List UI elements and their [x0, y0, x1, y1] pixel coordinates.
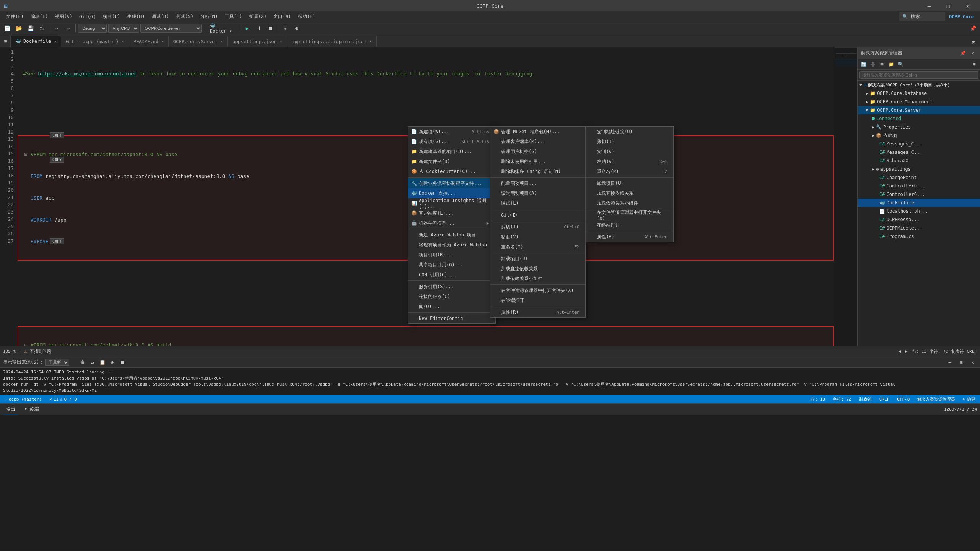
third-open-terminal[interactable]: 在终端打开: [586, 220, 673, 230]
status-errors[interactable]: ✕ 11 ⚠ 0 / 0: [48, 397, 78, 402]
status-lineending[interactable]: CRLF: [878, 397, 891, 402]
menu-git[interactable]: Git(G): [76, 13, 99, 21]
ctx-new-folder[interactable]: 📁 新建文件夹(D): [408, 156, 495, 166]
menu-analyze[interactable]: 分析(N): [197, 12, 221, 21]
toolbar-start[interactable]: ▶: [242, 24, 252, 33]
maximize-button[interactable]: □: [939, 0, 957, 11]
third-cut[interactable]: 剪切(T): [586, 137, 673, 147]
sub-open-terminal[interactable]: 在终端打开: [490, 295, 585, 305]
tab-appsettings[interactable]: appsettings.json ✕: [228, 36, 287, 47]
close-button[interactable]: ✕: [959, 0, 976, 11]
ctx-docker-support[interactable]: 🐳 Docker 支持...: [408, 188, 495, 198]
tab-ocpp-server[interactable]: OCPP.Core.Server ✕: [169, 36, 228, 47]
tab-ocpp-server-close[interactable]: ✕: [220, 39, 223, 44]
status-lang[interactable]: 解决方案资源管理器: [916, 396, 957, 402]
toolbar-undo[interactable]: ↩: [52, 24, 62, 33]
sub-client-lib[interactable]: 管理客户端库(M)...: [490, 137, 585, 147]
solution-filter-icon[interactable]: 🔍: [896, 60, 905, 68]
ctx-service-ref[interactable]: 服务引用(S)...: [408, 282, 495, 292]
sub-properties[interactable]: 属性(R) Alt+Enter: [490, 307, 585, 317]
sub-nuget[interactable]: 📦 管理 NuGet 程序包(N)...: [490, 127, 585, 137]
sub-sort-using[interactable]: 删除和排序 using 语句(N): [490, 166, 585, 176]
menu-help[interactable]: 帮助(H): [295, 12, 318, 21]
output-stop-icon[interactable]: ⏹: [118, 358, 127, 367]
sub-set-startup[interactable]: 设为启动项目(A): [490, 188, 585, 198]
menu-view[interactable]: 视图(V): [52, 12, 75, 21]
third-open-folder[interactable]: 在文件资源管理器中打开文件夹(X): [586, 210, 673, 220]
platform-select[interactable]: Any CPU: [108, 24, 139, 33]
third-rename[interactable]: 重命名(M) F2: [586, 166, 673, 176]
sub-rename[interactable]: 重命名(M) F2: [490, 242, 585, 252]
tab-git[interactable]: Git - ocpp (master) ✕: [61, 36, 129, 47]
ctx-orchestrator[interactable]: 🔧 创建业务流程协调程序支持...: [408, 178, 495, 188]
toolbar-new[interactable]: 📄: [2, 24, 12, 33]
scroll-left-icon[interactable]: ◀: [897, 349, 903, 354]
toolbar-settings[interactable]: ⚙: [292, 24, 302, 33]
third-load-direct[interactable]: 加载直接依赖关系: [586, 188, 673, 198]
menu-file[interactable]: 文件(F): [3, 12, 27, 21]
window-controls[interactable]: — □ ✕: [920, 0, 976, 11]
toolbar-pin[interactable]: 📌: [968, 24, 978, 33]
output-close-icon[interactable]: ✕: [969, 358, 977, 367]
tab-git-close[interactable]: ✕: [122, 39, 124, 44]
toolbar-open[interactable]: 📂: [14, 24, 24, 33]
tab-appsettings-close[interactable]: ✕: [280, 39, 282, 44]
toolbar-redo[interactable]: ↪: [63, 24, 73, 33]
ctx-ml-model[interactable]: 🤖 机器学习模型... ▶: [408, 218, 495, 228]
item-localhost[interactable]: 📄 localhost.ph...: [858, 207, 980, 215]
scroll-controls[interactable]: ◀ ▶: [897, 349, 909, 354]
tab-appsettings2-close[interactable]: ✕: [369, 39, 372, 44]
copy-badge-line-14[interactable]: COPY: [50, 157, 64, 163]
item-controllero-1[interactable]: C# ControllerO...: [858, 182, 980, 190]
output-settings-icon[interactable]: ⚙: [108, 358, 117, 367]
tab-expand-icon[interactable]: ⊡: [969, 38, 978, 47]
copy-badge-line-13[interactable]: COPY: [50, 132, 64, 138]
output-copy-icon[interactable]: 📋: [98, 358, 107, 367]
item-messages-2[interactable]: C# Messages_C...: [858, 148, 980, 156]
output-toolbar[interactable]: 🗑 ↵ 📋 ⚙ ⏹: [78, 358, 127, 367]
solution-root[interactable]: ▼ ⊞ 解决方案'OCPP.Core'（3个项目，共3个）: [858, 81, 980, 89]
output-source-select[interactable]: 工具栏 调试 生成: [45, 359, 69, 366]
ctx-client-lib[interactable]: 📦 客户端库(L)...: [408, 208, 495, 218]
menu-test[interactable]: 测试(S): [173, 12, 196, 21]
ctx-new-item[interactable]: 📄 新建项(W)... Alt+Ins: [408, 127, 495, 137]
menu-edit[interactable]: 编辑(E): [28, 12, 51, 21]
item-appsettings[interactable]: ▶ ⚙ appsettings: [858, 165, 980, 173]
sub-load-widget[interactable]: 加载依赖关系小组件: [490, 274, 585, 284]
ctx-app-insights[interactable]: 📊 Application Insights 遥测(I)...: [408, 198, 495, 208]
tab-terminal-bottom[interactable]: ♦ 终端: [21, 404, 42, 414]
ctx-connected-svc[interactable]: 连接的服务(C): [408, 292, 495, 302]
ctx-open[interactable]: 闻(O)...: [408, 302, 495, 311]
toolbar-stop[interactable]: ⏹: [265, 24, 275, 33]
encoding-info[interactable]: 制表符: [951, 349, 964, 354]
status-feedback[interactable]: ☺ 确更: [961, 396, 977, 402]
output-clear-icon[interactable]: 🗑: [78, 358, 87, 367]
tab-output-bottom[interactable]: 输出: [3, 404, 18, 414]
menu-project[interactable]: 项目(P): [100, 12, 123, 21]
scroll-right-icon[interactable]: ▶: [903, 349, 909, 354]
tab-readme[interactable]: README.md ✕: [129, 36, 169, 47]
status-encoding[interactable]: UTF-8: [895, 397, 911, 402]
ctx-new-editorconfig[interactable]: New EditorConfig: [408, 313, 495, 323]
output-wrap-icon[interactable]: ↵: [88, 358, 97, 367]
toolbar-docker[interactable]: 🐳 Docker ▾: [207, 24, 237, 33]
sub-configure-startup[interactable]: 配置启动项目...: [490, 178, 585, 188]
menu-search[interactable]: 🔍 搜索: [899, 12, 945, 21]
item-chargepoint[interactable]: C# ChargePoint: [858, 173, 980, 182]
item-dockerfile[interactable]: 🐳 Dockerfile: [858, 199, 980, 207]
item-ocppmessa[interactable]: C# OCPPMessa...: [858, 215, 980, 224]
third-paste[interactable]: 粘贴(V) Del: [586, 156, 673, 166]
output-minimize-icon[interactable]: —: [946, 358, 954, 367]
copy-badge-line-26[interactable]: COPY: [50, 238, 64, 244]
project-management[interactable]: ▶ 📁 OCPP.Core.Management: [858, 98, 980, 106]
status-git[interactable]: ⑂ ocpp (master): [3, 397, 43, 402]
solution-refresh-icon[interactable]: 🔄: [859, 60, 868, 68]
sub-debug[interactable]: 调试(L): [490, 198, 585, 208]
menu-build[interactable]: 生成(B): [124, 12, 148, 21]
tab-appsettings2[interactable]: appsettings....iopmrnt.json ✕: [287, 36, 377, 47]
solution-folder-icon[interactable]: 📁: [887, 60, 895, 68]
project-database[interactable]: ▶ 📁 OCPP.Core.Database: [858, 89, 980, 98]
item-programcs[interactable]: C# Program.cs: [858, 232, 980, 241]
solution-collapse-icon[interactable]: ⊟: [878, 60, 886, 68]
solution-search-input[interactable]: [859, 71, 978, 79]
